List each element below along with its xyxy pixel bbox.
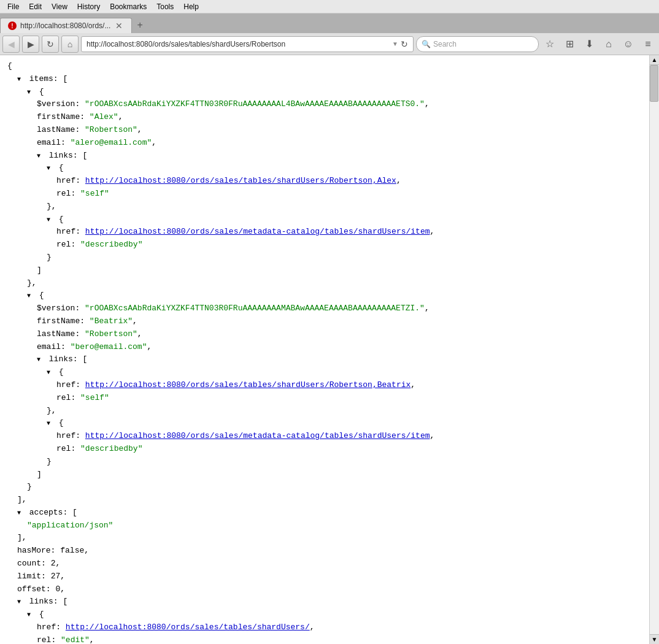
menubar: File Edit View History Bookmarks Tools H… <box>0 0 659 13</box>
profile-button[interactable]: ☺ <box>620 36 637 53</box>
search-bar[interactable]: 🔍 Search <box>416 36 539 52</box>
download-button[interactable]: ⬇ <box>580 36 598 53</box>
search-placeholder: Search <box>433 40 457 48</box>
url-bar[interactable]: http://localhost:8080/ords/sales/tables/… <box>81 36 414 52</box>
link-alex-self[interactable]: http://localhost:8080/ords/sales/tables/… <box>85 176 396 185</box>
tab-label: http://localhost:8080/ords/... <box>20 21 110 30</box>
scroll-track[interactable] <box>650 65 659 634</box>
scroll-thumb[interactable] <box>650 65 658 102</box>
menu-bookmarks[interactable]: Bookmarks <box>105 1 152 12</box>
browser-window: File Edit View History Bookmarks Tools H… <box>0 0 659 644</box>
bookmarks-button[interactable]: ⊞ <box>561 36 578 53</box>
scroll-down-button[interactable]: ▼ <box>650 634 659 644</box>
scrollbar[interactable]: ▲ ▼ <box>649 55 659 644</box>
menu-view[interactable]: View <box>47 1 72 12</box>
bookmark-star-button[interactable]: ☆ <box>541 36 558 53</box>
menu-edit[interactable]: Edit <box>24 1 47 12</box>
new-tab-button[interactable]: + <box>132 17 147 33</box>
url-refresh-icon[interactable]: ↻ <box>401 39 408 49</box>
link-alex-describedby[interactable]: http://localhost:8080/ords/sales/metadat… <box>85 227 430 236</box>
reload-button[interactable]: ↻ <box>42 36 59 53</box>
menu-file[interactable]: File <box>2 1 24 12</box>
search-icon: 🔍 <box>422 40 431 48</box>
navbar: ◀ ▶ ↻ ⌂ http://localhost:8080/ords/sales… <box>0 33 659 55</box>
url-dropdown-icon[interactable]: ▼ <box>392 40 398 47</box>
json-content: { ▼ items: [ ▼ { $version: "rOOABXcsAAbR… <box>0 55 649 644</box>
favicon <box>8 21 17 30</box>
menu-tools[interactable]: Tools <box>152 1 179 12</box>
tab-close-button[interactable]: ✕ <box>114 21 124 31</box>
scroll-up-button[interactable]: ▲ <box>650 55 659 65</box>
content-area: { ▼ items: [ ▼ { $version: "rOOABXcsAAbR… <box>0 55 659 644</box>
url-text: http://localhost:8080/ords/sales/tables/… <box>87 40 392 48</box>
menu-help[interactable]: Help <box>179 1 204 12</box>
home-button[interactable]: ⌂ <box>61 36 79 53</box>
menu-button[interactable]: ≡ <box>639 36 657 53</box>
active-tab[interactable]: http://localhost:8080/ords/... ✕ <box>0 18 132 33</box>
home-nav-button[interactable]: ⌂ <box>600 36 617 53</box>
menu-history[interactable]: History <box>72 1 105 12</box>
link-beatrix-describedby[interactable]: http://localhost:8080/ords/sales/metadat… <box>85 431 430 440</box>
link-edit[interactable]: http://localhost:8080/ords/sales/tables/… <box>66 623 310 632</box>
forward-button[interactable]: ▶ <box>22 36 39 53</box>
link-beatrix-self[interactable]: http://localhost:8080/ords/sales/tables/… <box>85 380 411 389</box>
back-button[interactable]: ◀ <box>2 36 20 53</box>
tabbar: http://localhost:8080/ords/... ✕ + <box>0 13 659 33</box>
